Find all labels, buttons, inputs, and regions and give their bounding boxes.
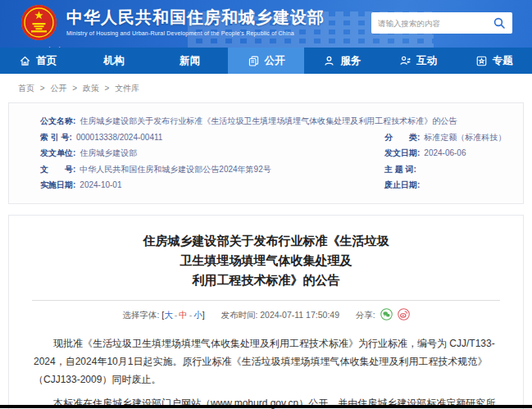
meta-label-issuer: 发文单位: [40,145,75,161]
star-badge-icon [475,55,488,67]
nav-item-interaction[interactable]: 互动 [380,48,457,74]
meta-value-category: 标准定额（标准科技） [424,130,506,146]
meta-label-index-no: 索 引 号: [40,130,72,146]
national-emblem-icon: www.mohurd.gov.cn [21,5,57,40]
site-title: 中华人民共和国住房和城乡建设部 [66,7,325,28]
meta-label-issue-date: 发文日期: [384,145,420,161]
home-icon [19,55,31,67]
share-label: 分享: [356,310,375,320]
meta-label-effective-date: 实施日期: [40,177,75,193]
wechat-share-icon[interactable] [380,308,393,320]
breadcrumb-separator: > [105,84,110,93]
article-toolbar: 选择字体: [大-中-小] 发布时间: 2024-07-11 17:50:49 … [9,308,523,321]
search-box [371,12,512,34]
search-icon[interactable] [493,16,506,30]
breadcrumb-item-policy[interactable]: 政策 [83,84,99,93]
nav-item-services[interactable]: 服务 [304,48,380,74]
nav-item-news[interactable]: 新闻 [152,48,228,74]
meta-label-doc-name: 公文名称: [40,113,75,130]
breadcrumb: 首页 > 公开 > 政策 > 文件库 [0,74,532,102]
search-input[interactable] [378,19,493,28]
main-nav: 首页 机构 新闻 公开 服务 [0,48,532,74]
breadcrumb-item-home[interactable]: 首页 [18,84,34,93]
person-icon [323,55,335,67]
meta-value-doc-name: 住房城乡建设部关于发布行业标准《生活垃圾卫生填埋场填埋气体收集处理及利用工程技术… [80,113,457,130]
meta-label-keywords: 主 题 词: [384,161,416,178]
nav-item-disclosure[interactable]: 公开 [228,48,304,74]
weibo-share-icon[interactable] [398,308,410,320]
article-paragraph-1: 现批准《生活垃圾卫生填埋场填埋气体收集处理及利用工程技术标准》为行业标准，编号为… [34,334,498,389]
meta-value-doc-no: 中华人民共和国住房和城乡建设部公告2024年第92号 [80,161,271,178]
article-card: 住房城乡建设部关于发布行业标准《生活垃圾 卫生填埋场填埋气体收集处理及 利用工程… [8,215,524,409]
interaction-icon [399,55,412,67]
nav-item-home[interactable]: 首页 [0,48,76,74]
breadcrumb-item-disclosure[interactable]: 公开 [50,84,66,93]
nav-item-orgs[interactable]: 机构 [76,48,152,74]
breadcrumb-separator: > [40,84,45,93]
article-title: 住房城乡建设部关于发布行业标准《生活垃圾 卫生填埋场填埋气体收集处理及 利用工程… [9,231,523,290]
title-divider [32,300,500,301]
meta-value-index-no: 000013338/2024-00411 [76,130,162,146]
breadcrumb-separator: > [72,84,77,93]
site-title-en: Ministry of Housing and Urban-Rural Deve… [66,30,325,36]
meta-value-issuer: 住房城乡建设部 [80,145,137,161]
site-logo[interactable]: www.mohurd.gov.cn 中华人民共和国住房和城乡建设部 Minist… [21,5,325,40]
font-selector-label: 选择字体: [122,310,159,320]
meta-label-repeal-date: 废止日期: [384,177,420,193]
meta-value-effective-date: 2024-10-01 [80,177,121,193]
font-size-large-button[interactable]: 大 [164,310,173,320]
meta-label-category: 分 类: [384,130,420,146]
documents-icon [248,55,260,67]
site-url: www.mohurd.gov.cn [28,46,78,48]
publish-time-label: 发布时间: [221,310,257,320]
meta-value-issue-date: 2024-06-06 [424,145,466,161]
breadcrumb-item-library[interactable]: 文件库 [115,84,139,93]
meta-label-doc-no: 文 号: [40,161,75,178]
site-header: www.mohurd.gov.cn 中华人民共和国住房和城乡建设部 Minist… [0,0,532,48]
publish-time-value: 2024-07-11 17:50:49 [260,310,339,320]
bottom-edge-bar [0,405,532,408]
article-body: 现批准《生活垃圾卫生填埋场填埋气体收集处理及利用工程技术标准》为行业标准，编号为… [9,334,523,409]
page: www.mohurd.gov.cn 中华人民共和国住房和城乡建设部 Minist… [0,0,532,409]
font-size-small-button[interactable]: 小 [193,310,202,320]
nav-item-topics[interactable]: 专题 [456,48,532,74]
font-size-medium-button[interactable]: 中 [179,310,188,320]
document-meta-card: 公文名称: 住房城乡建设部关于发布行业标准《生活垃圾卫生填埋场填埋气体收集处理及… [8,102,524,204]
